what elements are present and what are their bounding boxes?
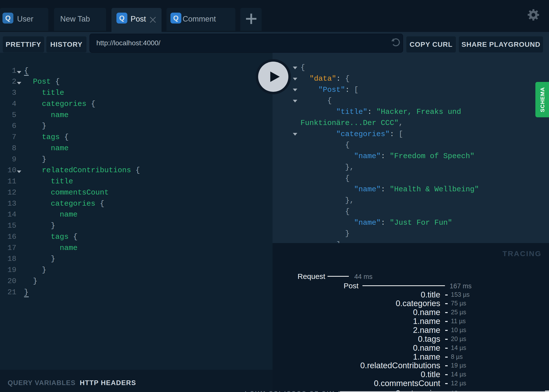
svg-text:SCHEMA: SCHEMA bbox=[539, 87, 546, 112]
